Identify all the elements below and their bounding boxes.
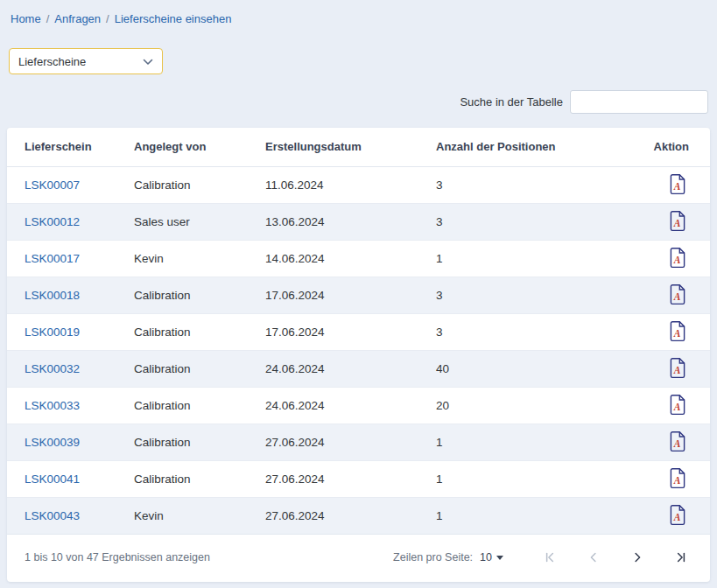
table-row: LSK00007 Calibration 11.06.2024 3 A [7,166,710,203]
delivery-note-link[interactable]: LSK00018 [25,289,80,302]
creation-date-cell: 17.06.2024 [265,313,436,350]
positions-count-cell: 1 [436,460,622,497]
pdf-file-icon: A [669,368,687,382]
pager-area: Zeilen pro Seite: 10 [393,546,692,569]
pdf-file-icon: A [669,258,687,271]
table-search-row: Suche in der Tabelle [7,90,708,114]
delivery-note-link[interactable]: LSK00032 [25,362,80,375]
svg-text:A: A [673,512,681,522]
pdf-download-button[interactable]: A [667,172,689,197]
created-by-cell: Calibration [134,460,265,497]
column-header-anzahl-positionen: Anzahl der Positionen [436,128,622,166]
delivery-note-link[interactable]: LSK00033 [25,399,80,412]
category-select[interactable]: Lieferscheine [9,48,163,74]
rows-per-page-label: Zeilen pro Seite: [393,551,473,564]
breadcrumb-anfragen[interactable]: Anfragen [54,12,101,25]
positions-count-cell: 40 [436,350,622,387]
search-label: Suche in der Tabelle [460,95,563,108]
next-page-button[interactable] [626,546,649,569]
pdf-file-icon: A [669,442,687,455]
first-page-button[interactable] [538,546,561,569]
svg-text:A: A [673,255,681,265]
positions-count-cell: 1 [436,240,622,276]
page: Home / Anfragen / Lieferscheine einsehen… [0,0,717,588]
pdf-file-icon: A [669,405,687,418]
chevron-down-icon [143,55,153,68]
breadcrumb: Home / Anfragen / Lieferscheine einsehen [7,9,710,25]
pdf-download-button[interactable]: A [667,318,689,344]
pdf-file-icon: A [669,295,687,308]
delivery-note-link[interactable]: LSK00012 [25,215,80,228]
creation-date-cell: 14.06.2024 [265,240,436,276]
delivery-note-link[interactable]: LSK00041 [25,472,80,486]
table-row: LSK00018 Calibration 17.06.2024 3 A [7,276,710,313]
pdf-download-button[interactable]: A [667,245,689,270]
svg-text:A: A [673,218,681,228]
delivery-notes-card: Lieferschein Angelegt von Erstellungsdat… [7,128,710,582]
pdf-file-icon: A [669,515,687,528]
created-by-cell: Calibration [134,387,265,424]
positions-count-cell: 20 [436,387,622,424]
creation-date-cell: 27.06.2024 [265,460,436,497]
pdf-download-button[interactable]: A [667,502,689,528]
caret-down-icon [496,556,503,560]
table-body: LSK00007 Calibration 11.06.2024 3 A LSK0… [7,166,710,534]
creation-date-cell: 13.06.2024 [265,203,436,240]
pdf-download-button[interactable]: A [667,392,689,417]
creation-date-cell: 17.06.2024 [265,276,436,313]
delivery-note-link[interactable]: LSK00007 [25,178,80,192]
created-by-cell: Calibration [134,166,265,203]
breadcrumb-home[interactable]: Home [11,12,41,25]
breadcrumb-separator: / [106,12,109,25]
pdf-file-icon: A [669,221,687,234]
table-row: LSK00043 Kevin 27.06.2024 1 A [7,497,710,534]
results-summary: 1 bis 10 von 47 Ergebnissen anzeigen [25,551,210,564]
svg-text:A: A [673,438,681,449]
creation-date-cell: 11.06.2024 [265,166,436,203]
chevron-left-icon [586,555,601,568]
created-by-cell: Kevin [134,497,265,534]
delivery-note-link[interactable]: LSK00019 [25,326,80,339]
table-footer: 1 bis 10 von 47 Ergebnissen anzeigen Zei… [7,534,710,582]
column-header-angelegt-von: Angelegt von [134,128,265,166]
created-by-cell: Sales user [134,203,265,240]
positions-count-cell: 3 [436,203,622,240]
positions-count-cell: 3 [436,313,622,350]
svg-text:A: A [673,291,681,302]
table-row: LSK00033 Calibration 24.06.2024 20 A [7,387,710,424]
delivery-note-link[interactable]: LSK00039 [25,436,80,449]
delivery-note-link[interactable]: LSK00043 [25,509,80,522]
breadcrumb-lieferscheine-einsehen[interactable]: Lieferscheine einsehen [115,12,232,25]
table-row: LSK00012 Sales user 13.06.2024 3 A [7,203,710,240]
table-row: LSK00017 Kevin 14.06.2024 1 A [7,240,710,276]
delivery-note-link[interactable]: LSK00017 [25,252,80,265]
creation-date-cell: 24.06.2024 [265,350,436,387]
last-page-button[interactable] [670,546,692,569]
rows-per-page-select[interactable]: 10 [480,551,503,564]
created-by-cell: Kevin [134,240,265,276]
creation-date-cell: 24.06.2024 [265,387,436,424]
column-header-aktion: Aktion [622,128,710,166]
pdf-download-button[interactable]: A [667,355,689,381]
table-search-input[interactable] [570,90,708,114]
pdf-file-icon: A [669,332,687,345]
svg-text:A: A [673,181,681,192]
chevron-right-icon [629,555,645,568]
pdf-download-button[interactable]: A [667,466,689,491]
pdf-download-button[interactable]: A [667,208,689,234]
table-row: LSK00032 Calibration 24.06.2024 40 A [7,350,710,387]
pdf-file-icon: A [669,479,687,492]
previous-page-button[interactable] [582,546,605,569]
table-row: LSK00039 Calibration 27.06.2024 1 A [7,424,710,460]
column-header-erstellungsdatum: Erstellungsdatum [265,128,436,166]
creation-date-cell: 27.06.2024 [265,424,436,460]
svg-text:A: A [673,365,681,375]
pdf-download-button[interactable]: A [667,282,689,307]
last-page-icon [673,555,689,568]
positions-count-cell: 3 [436,276,622,313]
created-by-cell: Calibration [134,350,265,387]
positions-count-cell: 3 [436,166,622,203]
category-select-value: Lieferscheine [18,55,86,68]
pdf-download-button[interactable]: A [667,429,689,454]
breadcrumb-separator: / [46,12,50,25]
